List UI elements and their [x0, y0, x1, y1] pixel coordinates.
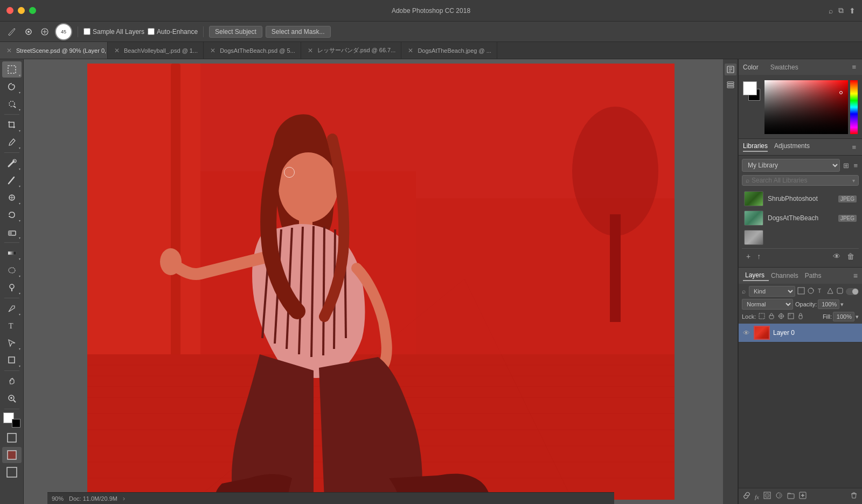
tool-standard-mode[interactable] — [2, 430, 22, 446]
tool-shapes[interactable]: ▾ — [2, 352, 22, 368]
channels-tab[interactable]: Channels — [769, 271, 803, 281]
filter-adjust-btn[interactable] — [807, 287, 815, 296]
search-icon[interactable]: ⌕ — [829, 6, 833, 15]
layers-new-btn[interactable] — [798, 491, 808, 502]
canvas-container[interactable] — [87, 64, 675, 500]
tool-crop[interactable]: ▾ — [2, 117, 22, 133]
tool-eraser[interactable]: ▾ — [2, 224, 22, 240]
library-item-third[interactable] — [742, 228, 859, 247]
layers-adj-btn[interactable] — [774, 491, 784, 502]
tab-dogsatbeachjpeg-close[interactable]: ✕ — [407, 46, 414, 55]
tool-lasso[interactable]: ▾ — [2, 79, 22, 95]
swatches-tab[interactable]: Swatches — [770, 64, 798, 71]
brush-pressure-btn[interactable] — [22, 26, 36, 38]
select-and-mask-button[interactable]: Select and Mask... — [266, 26, 331, 38]
tool-brush[interactable]: ▾ — [2, 172, 22, 188]
tab-streetscene-close[interactable]: ✕ — [5, 46, 13, 55]
close-button[interactable] — [6, 7, 13, 14]
libraries-panel-menu[interactable]: ≡ — [850, 143, 858, 152]
tab-raccoon-close[interactable]: ✕ — [307, 46, 314, 55]
fg-bg-colors[interactable] — [3, 412, 20, 428]
auto-enhance-checkbox[interactable]: Auto-Enhance — [148, 28, 198, 36]
tool-quickselect[interactable]: ▾ — [2, 96, 22, 112]
search-expand-icon[interactable]: ▾ — [852, 178, 855, 184]
tab-beachvolleyball-close[interactable]: ✕ — [113, 46, 121, 55]
libraries-tab[interactable]: Libraries — [743, 142, 768, 152]
layer0-visibility[interactable]: 👁 — [742, 329, 750, 337]
hue-strip[interactable] — [850, 80, 858, 134]
maximize-button[interactable] — [29, 7, 36, 14]
list-view-btn[interactable]: ≡ — [852, 160, 859, 171]
tab-dogsatbeach-close[interactable]: ✕ — [209, 46, 217, 55]
color-gradient-picker[interactable] — [764, 80, 848, 134]
filter-smart-btn[interactable] — [836, 287, 844, 296]
layers-filter-toggle[interactable] — [846, 288, 859, 295]
library-delete-btn[interactable]: 🗑 — [845, 251, 857, 262]
tab-dogsatbeachjpeg[interactable]: ✕ DogsAtTheBeach.jpeg @ ... — [401, 42, 497, 59]
sample-all-layers-checkbox[interactable]: Sample All Layers — [84, 28, 144, 36]
lock-pixels-btn[interactable] — [768, 312, 775, 321]
tool-marquee[interactable]: ▾ — [2, 61, 22, 78]
brush-preview[interactable]: 45 — [55, 23, 72, 40]
layers-mask-btn[interactable] — [762, 491, 772, 502]
grid-view-btn[interactable]: ⊞ — [842, 160, 850, 171]
paths-tab[interactable]: Paths — [803, 271, 826, 281]
tool-text[interactable]: T — [2, 318, 22, 334]
fill-chevron[interactable]: ▾ — [856, 313, 859, 320]
color-panel-header[interactable]: Color Swatches ≡ — [739, 59, 862, 75]
brush-tool-icon[interactable] — [4, 25, 19, 38]
background-color[interactable] — [12, 419, 20, 428]
layers-fx-btn[interactable]: fx — [754, 491, 760, 502]
tool-history-brush[interactable]: ▾ — [2, 207, 22, 223]
tool-hand[interactable] — [2, 373, 22, 389]
color-panel-menu[interactable]: ≡ — [850, 62, 858, 72]
library-search-input[interactable] — [752, 177, 850, 184]
minimize-button[interactable] — [18, 7, 25, 14]
sample-all-layers-input[interactable] — [84, 28, 91, 35]
tab-beachvolleyball[interactable]: ✕ BeachVolleyball_.psd @ 1... — [108, 42, 204, 59]
select-subject-button[interactable]: Select Subject — [209, 26, 262, 38]
tool-healing[interactable]: ▾ — [2, 155, 22, 171]
share-icon[interactable]: ⬆ — [849, 6, 856, 15]
window-controls[interactable] — [0, 7, 36, 14]
library-item-shrub[interactable]: ShrubPhotoshoot JPEG — [742, 189, 859, 208]
color-tab[interactable]: Color — [743, 64, 759, 71]
library-add-btn[interactable]: + — [744, 251, 753, 262]
tab-raccoon[interactable]: ✕ レッサーパンダ.psd @ 66.7... — [301, 42, 402, 59]
tab-streetscene[interactable]: ✕ StreetScene.psd @ 90% (Layer 0, Quick … — [0, 42, 108, 59]
tab-dogsatbeach[interactable]: ✕ DogsAtTheBeach.psd @ 5... — [204, 42, 301, 59]
tool-eyedropper[interactable]: ▾ — [2, 134, 22, 150]
lock-artboard-btn[interactable] — [787, 312, 795, 321]
adjustments-tab[interactable]: Adjustments — [774, 142, 810, 152]
arrange-icon[interactable]: ⧉ — [838, 6, 844, 15]
auto-enhance-input[interactable] — [148, 28, 155, 35]
tool-dodge[interactable]: ▾ — [2, 279, 22, 296]
filter-shape-btn[interactable] — [826, 287, 834, 296]
next-arrow[interactable]: › — [123, 495, 125, 502]
library-view-btn[interactable]: 👁 — [831, 251, 843, 262]
tool-zoom[interactable] — [2, 390, 22, 407]
lock-transparent-btn[interactable] — [758, 312, 766, 321]
tool-pen[interactable]: ▾ — [2, 300, 22, 317]
layers-filter-select[interactable]: Kind — [749, 286, 795, 297]
tool-path-select[interactable]: ▾ — [2, 335, 22, 351]
layers-tab[interactable]: Layers — [743, 270, 769, 281]
opacity-input[interactable] — [818, 299, 839, 309]
layer-item-layer0[interactable]: 👁 Layer 0 — [739, 324, 862, 342]
tool-blur[interactable]: ▾ — [2, 262, 22, 278]
library-upload-btn[interactable]: ↑ — [755, 251, 763, 262]
layers-delete-btn[interactable] — [849, 491, 859, 502]
tool-gradient[interactable]: ▾ — [2, 245, 22, 261]
filter-pixel-btn[interactable] — [797, 287, 805, 296]
tool-quick-mask[interactable] — [2, 447, 22, 463]
library-item-dogs[interactable]: DogsAtTheBeach JPEG — [742, 208, 859, 228]
filter-type-btn[interactable]: T — [817, 287, 824, 296]
library-select[interactable]: My Library — [742, 159, 840, 172]
lock-all-btn[interactable] — [797, 312, 804, 321]
foreground-swatch[interactable] — [743, 81, 757, 95]
fill-input[interactable] — [833, 312, 854, 321]
tool-screen-mode[interactable] — [2, 464, 22, 480]
layers-group-btn[interactable] — [786, 491, 796, 502]
blend-mode-select[interactable]: Normal — [742, 299, 793, 310]
brush-airbrush-btn[interactable] — [38, 26, 52, 38]
